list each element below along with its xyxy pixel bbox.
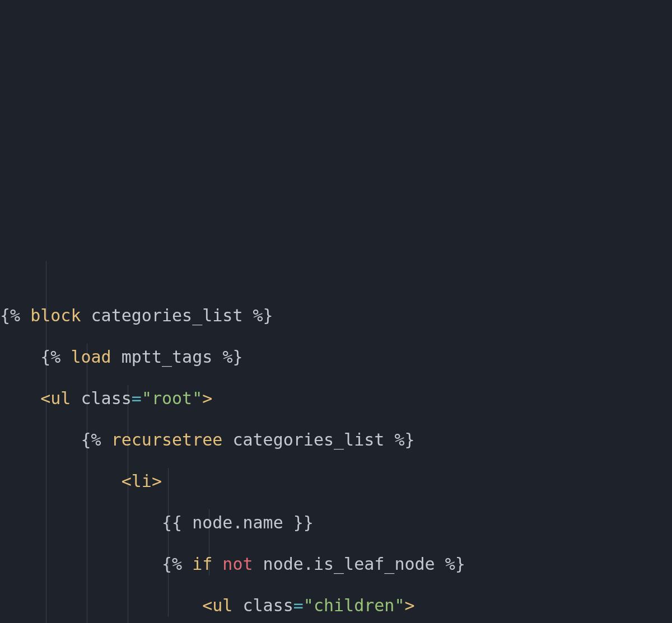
token-tag: ul bbox=[212, 596, 232, 615]
token-keyword: if bbox=[192, 554, 212, 574]
token-tag: < bbox=[40, 388, 50, 408]
token-op: = bbox=[132, 388, 142, 408]
token-delim: %} bbox=[445, 554, 465, 574]
token-default bbox=[71, 388, 81, 408]
token-not: not bbox=[222, 554, 253, 574]
code-line: <ul class="children"> bbox=[0, 585, 672, 623]
code-block: {% block categories_list %} {% load mptt… bbox=[0, 170, 672, 623]
token-tag: > bbox=[404, 596, 414, 615]
code-line: <ul class="root"> bbox=[0, 378, 672, 419]
code-line: {% block categories_list %} bbox=[0, 295, 672, 336]
token-attr: class bbox=[81, 388, 132, 408]
token-keyword: recursetree bbox=[111, 430, 223, 449]
token-string: "children" bbox=[304, 596, 405, 615]
token-delim: %} bbox=[253, 306, 273, 325]
token-default: node.is_leaf_node bbox=[253, 554, 445, 574]
token-delim: {% bbox=[0, 306, 30, 325]
token-tag: ul bbox=[50, 388, 71, 408]
code-line: {% recursetree categories_list %} bbox=[0, 419, 672, 461]
token-tag: > bbox=[202, 388, 212, 408]
token-tag: > bbox=[152, 471, 162, 491]
token-default bbox=[212, 554, 222, 574]
token-default: categories_list bbox=[222, 430, 394, 449]
token-default: mptt_tags bbox=[111, 347, 223, 367]
token-default: categories_list bbox=[81, 306, 253, 325]
code-line: <li> bbox=[0, 461, 672, 502]
code-line: {% load mptt_tags %} bbox=[0, 336, 672, 378]
token-default: {{ node.name }} bbox=[162, 513, 314, 532]
token-op: = bbox=[293, 596, 304, 615]
token-delim: %} bbox=[222, 347, 242, 367]
token-delim: {% bbox=[81, 430, 111, 449]
token-string: "root" bbox=[142, 388, 202, 408]
token-tag: < bbox=[122, 471, 132, 491]
token-tag: li bbox=[132, 471, 152, 491]
code-text: {% block categories_list %} {% load mptt… bbox=[0, 295, 672, 623]
token-delim: {% bbox=[40, 347, 71, 367]
token-keyword: load bbox=[71, 347, 111, 367]
code-line: {{ node.name }} bbox=[0, 502, 672, 544]
token-keyword: block bbox=[30, 306, 81, 325]
token-attr: class bbox=[242, 596, 293, 615]
code-line: {% if not node.is_leaf_node %} bbox=[0, 544, 672, 585]
token-default bbox=[232, 596, 242, 615]
token-delim: {% bbox=[162, 554, 192, 574]
token-tag: < bbox=[202, 596, 212, 615]
token-delim: %} bbox=[394, 430, 414, 449]
